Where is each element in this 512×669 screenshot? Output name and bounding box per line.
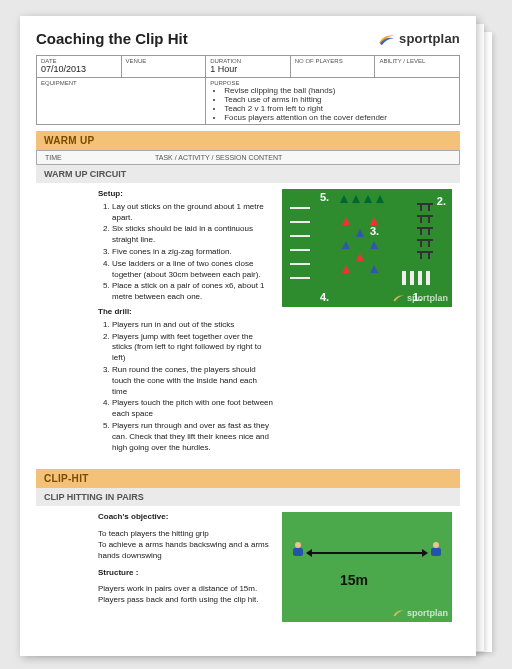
purpose-item: Focus players attention on the cover def… <box>224 113 455 122</box>
watermark-text: sportplan <box>407 293 448 303</box>
objective-text-1: To teach players the hitting grip <box>98 529 274 540</box>
cliphit-text: Coach's objective: To teach players the … <box>44 512 274 622</box>
drill-label: The drill: <box>98 307 274 318</box>
purpose-list: Revise clipping the ball (hands) Teach u… <box>210 86 455 122</box>
double-arrow-icon <box>312 552 422 554</box>
purpose-item: Teach 2 v 1 from left to right <box>224 104 455 113</box>
list-item: Players run in and out of the sticks <box>112 320 274 331</box>
list-item: Players touch the pitch with one foot be… <box>112 398 274 420</box>
document-title: Coaching the Clip Hit <box>36 30 188 47</box>
page-front: Coaching the Clip Hit sportplan DATE07/1… <box>20 16 476 656</box>
cliphit-content: Coach's objective: To teach players the … <box>36 506 460 628</box>
player-icon <box>292 542 304 558</box>
title-row: Coaching the Clip Hit sportplan <box>36 30 460 47</box>
watermark-text: sportplan <box>407 608 448 618</box>
brand-logo: sportplan <box>378 31 460 46</box>
warmup-text: Setup: Lay out sticks on the ground abou… <box>44 189 274 457</box>
list-item: Players jump with feet together over the… <box>112 332 274 364</box>
purpose-item: Revise clipping the ball (hands) <box>224 86 455 95</box>
watermark: sportplan <box>393 608 448 618</box>
purpose-item: Teach use of arms in hitting <box>224 95 455 104</box>
meta-table: DATE07/10/2013 VENUE DURATION1 Hour NO O… <box>36 55 460 125</box>
brand-text: sportplan <box>399 31 460 46</box>
diagram-num-2: 2. <box>437 195 446 207</box>
duration-value: 1 Hour <box>210 64 286 74</box>
diagram-num-4: 4. <box>320 291 329 303</box>
date-value: 07/10/2013 <box>41 64 117 74</box>
objective-text-2: To achieve a arms hands backswing and a … <box>98 540 274 562</box>
warmup-content: Setup: Lay out sticks on the ground abou… <box>36 183 460 463</box>
time-header: TIME <box>45 154 155 161</box>
objective-label: Coach's objective: <box>98 512 274 523</box>
players-label: NO OF PLAYERS <box>295 58 371 64</box>
setup-list: Lay out sticks on the ground about 1 met… <box>98 202 274 303</box>
watermark: sportplan <box>393 293 448 303</box>
ability-label: ABILITY / LEVEL <box>379 58 455 64</box>
list-item: Five cones in a zig-zag formation. <box>112 247 274 258</box>
list-item: Six sticks should be laid in a continuou… <box>112 224 274 246</box>
warmup-diagram: 5. 2. 3. 4. 1. <box>282 189 452 307</box>
setup-label: Setup: <box>98 189 274 200</box>
page-stack: Coaching the Clip Hit sportplan DATE07/1… <box>20 16 492 653</box>
diagram-num-5: 5. <box>320 191 329 203</box>
swoosh-icon <box>378 32 396 46</box>
list-item: Run round the cones, the players should … <box>112 365 274 397</box>
player-icon <box>430 542 442 558</box>
structure-text: Players work in pairs over a distance of… <box>98 584 274 606</box>
drill-list: Players run in and out of the sticks Pla… <box>98 320 274 454</box>
equipment-label: EQUIPMENT <box>41 80 201 86</box>
list-item: Lay out sticks on the ground about 1 met… <box>112 202 274 224</box>
column-headers: TIME TASK / ACTIVITY / SESSION CONTENT <box>36 150 460 165</box>
list-item: Players run through and over as fast as … <box>112 421 274 453</box>
cliphit-band: CLIP-HIT <box>36 469 460 488</box>
cliphit-sub-band: CLIP HITTING IN PAIRS <box>36 488 460 506</box>
cliphit-diagram: 15m sportplan <box>282 512 452 622</box>
diagram-num-3: 3. <box>370 225 379 237</box>
warmup-sub-band: WARM UP CIRCUIT <box>36 165 460 183</box>
venue-label: VENUE <box>126 58 202 64</box>
distance-label: 15m <box>340 572 368 588</box>
structure-label: Structure : <box>98 568 274 579</box>
warmup-band: WARM UP <box>36 131 460 150</box>
list-item: Use ladders or a line of two cones close… <box>112 259 274 281</box>
list-item: Place a stick on a pair of cones x6, abo… <box>112 281 274 303</box>
task-header: TASK / ACTIVITY / SESSION CONTENT <box>155 154 451 161</box>
